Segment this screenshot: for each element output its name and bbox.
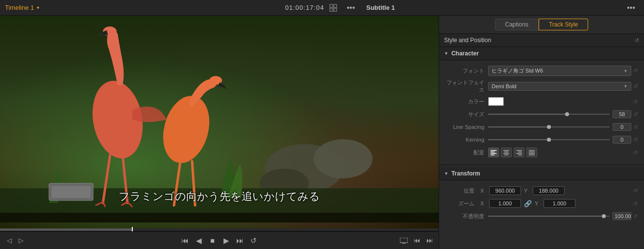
opacity-value[interactable]: 100.00 — [613, 212, 631, 220]
grid-icon[interactable] — [329, 3, 338, 12]
fontface-reset-icon[interactable]: ↺ — [631, 83, 639, 90]
align-reset-icon[interactable]: ↺ — [631, 149, 639, 156]
size-slider-track[interactable] — [488, 114, 610, 115]
size-control: 58 — [488, 110, 631, 118]
transport-center: ⏮ ◀ ■ ▶ ⏭ ↺ — [180, 235, 259, 246]
linespacing-label: Line Spacing — [444, 124, 488, 130]
video-area: フラミンゴの向かう先を追いかけてみる — [0, 16, 439, 228]
linespacing-control: 0 — [488, 123, 631, 131]
opacity-control: 100.00 — [488, 212, 631, 220]
next-clip-btn[interactable]: ⏭ — [424, 235, 435, 246]
align-center-btn[interactable] — [501, 148, 512, 157]
align-left-btn[interactable] — [488, 148, 499, 157]
svg-rect-1 — [334, 4, 337, 7]
chevron-down-icon[interactable]: ▾ — [37, 5, 39, 10]
top-bar-center: 01:00:17:04 ••• — [285, 3, 359, 12]
position-x-label: X — [480, 188, 486, 194]
stop-btn[interactable]: ■ — [207, 235, 218, 246]
svg-rect-22 — [0, 213, 439, 223]
position-xy: X 960.000 Y 188.000 — [480, 186, 629, 195]
fontface-dropdown[interactable]: Demi Bold ▼ — [488, 82, 631, 91]
opacity-row: 不透明度 100.00 ↺ — [439, 210, 644, 223]
monitor-btn[interactable] — [398, 235, 409, 246]
zoom-xy: X 1.000 🔗 Y 1.000 — [480, 199, 629, 208]
kerning-row: Kerning 0 ↺ — [439, 133, 644, 146]
transform-section-header[interactable]: ▼ Transform — [439, 167, 644, 180]
captions-tab[interactable]: Captions — [495, 19, 539, 30]
zoom-x-label: X — [480, 200, 486, 206]
prev-frame-btn[interactable]: ◀ — [194, 235, 204, 246]
linespacing-value[interactable]: 0 — [613, 123, 631, 131]
zoom-row: ズーム X 1.000 🔗 Y 1.000 ↺ — [439, 197, 644, 210]
zoom-y-value[interactable]: 1.000 — [544, 199, 575, 208]
size-slider-thumb[interactable] — [565, 112, 569, 116]
font-row: フォント ヒラギノ角ゴ Std W6 ▼ ↺ — [439, 64, 644, 77]
align-justify-btn[interactable] — [526, 148, 537, 157]
skip-to-end-btn[interactable]: ⏭ — [235, 235, 246, 246]
font-dropdown-arrow: ▼ — [623, 69, 628, 74]
style-position-reset-icon[interactable]: ↺ — [635, 37, 639, 44]
style-position-header[interactable]: Style and Position ↺ — [439, 34, 644, 47]
position-x-value[interactable]: 960.000 — [489, 186, 521, 195]
timeline-title[interactable]: Timeline 1 — [5, 4, 34, 11]
color-swatch[interactable] — [488, 97, 504, 106]
zoom-label: ズーム — [444, 200, 478, 207]
next-transport-btn[interactable]: ▷ — [16, 235, 26, 246]
subtitle-overlay: フラミンゴの向かう先を追いかけてみる — [0, 189, 439, 204]
linespacing-slider-track[interactable] — [488, 126, 610, 127]
kerning-slider-track[interactable] — [488, 139, 610, 140]
linespacing-row: Line Spacing 0 ↺ — [439, 121, 644, 133]
transport-right: ⏮ ⏭ — [398, 235, 435, 246]
options-icon[interactable]: ••• — [343, 3, 359, 12]
character-section-title: Character — [451, 50, 479, 57]
fontface-dropdown-arrow: ▼ — [623, 84, 628, 89]
align-right-btn[interactable] — [514, 148, 524, 157]
character-chevron-icon: ▼ — [444, 51, 448, 56]
opacity-slider-thumb[interactable] — [602, 214, 606, 218]
linespacing-reset-icon[interactable]: ↺ — [631, 124, 639, 130]
play-btn[interactable]: ▶ — [221, 235, 232, 246]
linespacing-slider-fill — [488, 126, 549, 127]
panel-scroll-area: ▼ Character フォント ヒラギノ角ゴ Std W6 ▼ ↺ — [439, 47, 644, 249]
loop-btn[interactable]: ↺ — [248, 235, 259, 246]
zoom-link-icon[interactable]: 🔗 — [524, 200, 532, 207]
size-reset-icon[interactable]: ↺ — [631, 111, 639, 118]
position-reset-icon[interactable]: ↺ — [631, 188, 639, 194]
fontface-control: Demi Bold ▼ — [488, 82, 631, 91]
svg-point-5 — [314, 139, 372, 178]
character-section-header[interactable]: ▼ Character — [439, 47, 644, 60]
font-reset-icon[interactable]: ↺ — [631, 68, 639, 74]
font-dropdown[interactable]: ヒラギノ角ゴ Std W6 ▼ — [488, 66, 631, 76]
prev-transport-btn[interactable]: ◁ — [4, 235, 15, 246]
position-y-value[interactable]: 188.000 — [533, 186, 565, 195]
timecode-display: 01:00:17:04 — [285, 4, 324, 11]
prev-clip-btn[interactable]: ⏮ — [411, 235, 422, 246]
fontface-label: フォントフェイス — [444, 79, 488, 94]
kerning-slider-thumb[interactable] — [547, 138, 551, 142]
panel-options-icon[interactable]: ••• — [623, 3, 639, 12]
skip-to-start-btn[interactable]: ⏮ — [180, 235, 191, 246]
color-reset-icon[interactable]: ↺ — [631, 99, 639, 105]
subtitle-panel-title: Subtitle 1 — [364, 4, 623, 11]
kerning-value[interactable]: 0 — [613, 136, 631, 144]
top-bar-left: Timeline 1 ▾ — [0, 4, 285, 11]
right-panel: Captions Track Style Style and Position … — [439, 16, 644, 249]
svg-rect-3 — [334, 8, 337, 11]
size-slider-fill — [488, 114, 567, 115]
opacity-reset-icon[interactable]: ↺ — [631, 213, 639, 220]
kerning-reset-icon[interactable]: ↺ — [631, 137, 639, 143]
tab-bar: Captions Track Style — [439, 16, 644, 34]
style-position-title: Style and Position — [444, 37, 491, 44]
font-label: フォント — [444, 67, 488, 75]
opacity-slider-track[interactable] — [488, 216, 610, 217]
linespacing-slider-thumb[interactable] — [547, 125, 551, 129]
color-label: カラー — [444, 98, 488, 105]
track-style-tab[interactable]: Track Style — [539, 19, 589, 30]
zoom-reset-icon[interactable]: ↺ — [631, 200, 639, 207]
size-value[interactable]: 58 — [613, 110, 631, 118]
zoom-x-value[interactable]: 1.000 — [489, 199, 521, 208]
color-row: カラー ↺ — [439, 95, 644, 108]
svg-rect-23 — [400, 238, 408, 243]
svg-rect-0 — [330, 4, 333, 7]
kerning-slider-fill — [488, 139, 549, 140]
